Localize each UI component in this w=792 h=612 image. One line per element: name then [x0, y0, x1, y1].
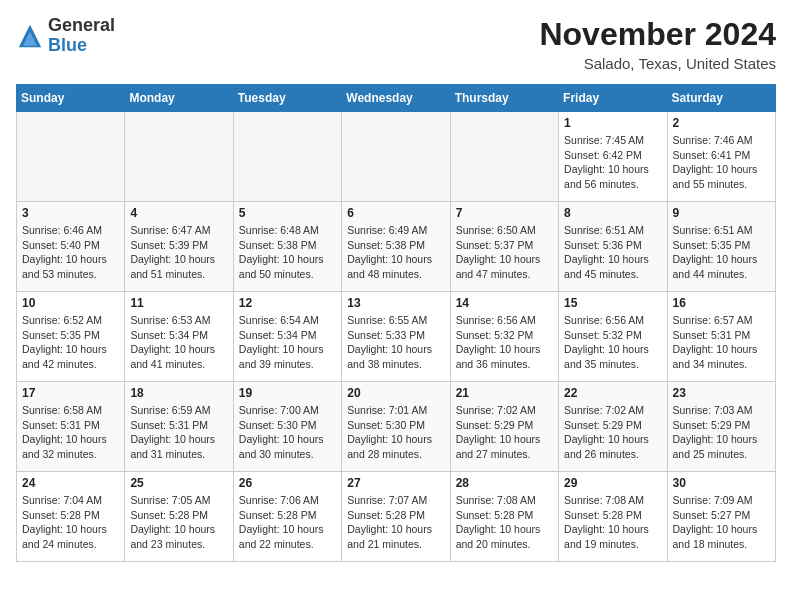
day-number: 12 — [239, 296, 336, 310]
calendar-cell: 25Sunrise: 7:05 AM Sunset: 5:28 PM Dayli… — [125, 472, 233, 562]
calendar-cell: 17Sunrise: 6:58 AM Sunset: 5:31 PM Dayli… — [17, 382, 125, 472]
calendar-header-row: SundayMondayTuesdayWednesdayThursdayFrid… — [17, 85, 776, 112]
calendar-cell: 14Sunrise: 6:56 AM Sunset: 5:32 PM Dayli… — [450, 292, 558, 382]
day-info: Sunrise: 7:07 AM Sunset: 5:28 PM Dayligh… — [347, 493, 444, 552]
calendar-cell: 13Sunrise: 6:55 AM Sunset: 5:33 PM Dayli… — [342, 292, 450, 382]
day-info: Sunrise: 7:46 AM Sunset: 6:41 PM Dayligh… — [673, 133, 770, 192]
day-number: 23 — [673, 386, 770, 400]
day-number: 20 — [347, 386, 444, 400]
day-number: 6 — [347, 206, 444, 220]
day-info: Sunrise: 7:09 AM Sunset: 5:27 PM Dayligh… — [673, 493, 770, 552]
day-number: 21 — [456, 386, 553, 400]
calendar-cell: 12Sunrise: 6:54 AM Sunset: 5:34 PM Dayli… — [233, 292, 341, 382]
day-info: Sunrise: 6:49 AM Sunset: 5:38 PM Dayligh… — [347, 223, 444, 282]
calendar-cell: 10Sunrise: 6:52 AM Sunset: 5:35 PM Dayli… — [17, 292, 125, 382]
day-number: 9 — [673, 206, 770, 220]
day-info: Sunrise: 6:55 AM Sunset: 5:33 PM Dayligh… — [347, 313, 444, 372]
calendar-cell: 30Sunrise: 7:09 AM Sunset: 5:27 PM Dayli… — [667, 472, 775, 562]
calendar-cell: 20Sunrise: 7:01 AM Sunset: 5:30 PM Dayli… — [342, 382, 450, 472]
day-number: 1 — [564, 116, 661, 130]
calendar-header-sunday: Sunday — [17, 85, 125, 112]
day-info: Sunrise: 6:52 AM Sunset: 5:35 PM Dayligh… — [22, 313, 119, 372]
day-number: 29 — [564, 476, 661, 490]
title-section: November 2024 Salado, Texas, United Stat… — [539, 16, 776, 72]
calendar-cell: 28Sunrise: 7:08 AM Sunset: 5:28 PM Dayli… — [450, 472, 558, 562]
calendar-cell: 24Sunrise: 7:04 AM Sunset: 5:28 PM Dayli… — [17, 472, 125, 562]
calendar-cell: 8Sunrise: 6:51 AM Sunset: 5:36 PM Daylig… — [559, 202, 667, 292]
day-info: Sunrise: 6:51 AM Sunset: 5:35 PM Dayligh… — [673, 223, 770, 282]
day-number: 13 — [347, 296, 444, 310]
day-info: Sunrise: 6:50 AM Sunset: 5:37 PM Dayligh… — [456, 223, 553, 282]
month-title: November 2024 — [539, 16, 776, 53]
calendar-header-wednesday: Wednesday — [342, 85, 450, 112]
logo: General Blue — [16, 16, 115, 56]
day-info: Sunrise: 7:05 AM Sunset: 5:28 PM Dayligh… — [130, 493, 227, 552]
calendar-cell: 3Sunrise: 6:46 AM Sunset: 5:40 PM Daylig… — [17, 202, 125, 292]
day-info: Sunrise: 6:53 AM Sunset: 5:34 PM Dayligh… — [130, 313, 227, 372]
calendar-week-row: 17Sunrise: 6:58 AM Sunset: 5:31 PM Dayli… — [17, 382, 776, 472]
day-number: 25 — [130, 476, 227, 490]
calendar-cell — [342, 112, 450, 202]
calendar-cell: 27Sunrise: 7:07 AM Sunset: 5:28 PM Dayli… — [342, 472, 450, 562]
calendar-week-row: 1Sunrise: 7:45 AM Sunset: 6:42 PM Daylig… — [17, 112, 776, 202]
day-info: Sunrise: 6:48 AM Sunset: 5:38 PM Dayligh… — [239, 223, 336, 282]
day-number: 14 — [456, 296, 553, 310]
page-header: General Blue November 2024 Salado, Texas… — [16, 16, 776, 72]
calendar-header-saturday: Saturday — [667, 85, 775, 112]
day-number: 28 — [456, 476, 553, 490]
calendar-cell: 5Sunrise: 6:48 AM Sunset: 5:38 PM Daylig… — [233, 202, 341, 292]
day-number: 16 — [673, 296, 770, 310]
calendar-table: SundayMondayTuesdayWednesdayThursdayFrid… — [16, 84, 776, 562]
day-info: Sunrise: 7:04 AM Sunset: 5:28 PM Dayligh… — [22, 493, 119, 552]
calendar-cell: 26Sunrise: 7:06 AM Sunset: 5:28 PM Dayli… — [233, 472, 341, 562]
day-info: Sunrise: 7:01 AM Sunset: 5:30 PM Dayligh… — [347, 403, 444, 462]
calendar-cell: 11Sunrise: 6:53 AM Sunset: 5:34 PM Dayli… — [125, 292, 233, 382]
day-info: Sunrise: 7:08 AM Sunset: 5:28 PM Dayligh… — [456, 493, 553, 552]
location-subtitle: Salado, Texas, United States — [539, 55, 776, 72]
day-number: 3 — [22, 206, 119, 220]
calendar-header-friday: Friday — [559, 85, 667, 112]
day-info: Sunrise: 7:02 AM Sunset: 5:29 PM Dayligh… — [456, 403, 553, 462]
day-number: 10 — [22, 296, 119, 310]
day-info: Sunrise: 7:06 AM Sunset: 5:28 PM Dayligh… — [239, 493, 336, 552]
calendar-cell: 9Sunrise: 6:51 AM Sunset: 5:35 PM Daylig… — [667, 202, 775, 292]
calendar-cell — [233, 112, 341, 202]
day-info: Sunrise: 6:56 AM Sunset: 5:32 PM Dayligh… — [456, 313, 553, 372]
day-info: Sunrise: 7:02 AM Sunset: 5:29 PM Dayligh… — [564, 403, 661, 462]
day-info: Sunrise: 6:51 AM Sunset: 5:36 PM Dayligh… — [564, 223, 661, 282]
day-info: Sunrise: 6:59 AM Sunset: 5:31 PM Dayligh… — [130, 403, 227, 462]
calendar-cell: 16Sunrise: 6:57 AM Sunset: 5:31 PM Dayli… — [667, 292, 775, 382]
day-info: Sunrise: 6:54 AM Sunset: 5:34 PM Dayligh… — [239, 313, 336, 372]
day-info: Sunrise: 7:00 AM Sunset: 5:30 PM Dayligh… — [239, 403, 336, 462]
calendar-cell — [17, 112, 125, 202]
calendar-week-row: 10Sunrise: 6:52 AM Sunset: 5:35 PM Dayli… — [17, 292, 776, 382]
day-info: Sunrise: 6:57 AM Sunset: 5:31 PM Dayligh… — [673, 313, 770, 372]
calendar-cell: 1Sunrise: 7:45 AM Sunset: 6:42 PM Daylig… — [559, 112, 667, 202]
calendar-cell: 21Sunrise: 7:02 AM Sunset: 5:29 PM Dayli… — [450, 382, 558, 472]
calendar-cell: 15Sunrise: 6:56 AM Sunset: 5:32 PM Dayli… — [559, 292, 667, 382]
calendar-cell: 2Sunrise: 7:46 AM Sunset: 6:41 PM Daylig… — [667, 112, 775, 202]
day-number: 5 — [239, 206, 336, 220]
calendar-cell: 22Sunrise: 7:02 AM Sunset: 5:29 PM Dayli… — [559, 382, 667, 472]
calendar-header-monday: Monday — [125, 85, 233, 112]
calendar-cell: 23Sunrise: 7:03 AM Sunset: 5:29 PM Dayli… — [667, 382, 775, 472]
day-number: 24 — [22, 476, 119, 490]
day-info: Sunrise: 7:08 AM Sunset: 5:28 PM Dayligh… — [564, 493, 661, 552]
day-number: 30 — [673, 476, 770, 490]
day-number: 18 — [130, 386, 227, 400]
day-info: Sunrise: 6:58 AM Sunset: 5:31 PM Dayligh… — [22, 403, 119, 462]
day-info: Sunrise: 6:47 AM Sunset: 5:39 PM Dayligh… — [130, 223, 227, 282]
day-number: 19 — [239, 386, 336, 400]
calendar-cell — [125, 112, 233, 202]
logo-icon — [16, 22, 44, 50]
calendar-cell: 7Sunrise: 6:50 AM Sunset: 5:37 PM Daylig… — [450, 202, 558, 292]
calendar-header-tuesday: Tuesday — [233, 85, 341, 112]
logo-text: General Blue — [48, 16, 115, 56]
calendar-week-row: 3Sunrise: 6:46 AM Sunset: 5:40 PM Daylig… — [17, 202, 776, 292]
day-number: 26 — [239, 476, 336, 490]
day-info: Sunrise: 6:46 AM Sunset: 5:40 PM Dayligh… — [22, 223, 119, 282]
day-number: 11 — [130, 296, 227, 310]
calendar-cell — [450, 112, 558, 202]
day-number: 4 — [130, 206, 227, 220]
calendar-header-thursday: Thursday — [450, 85, 558, 112]
